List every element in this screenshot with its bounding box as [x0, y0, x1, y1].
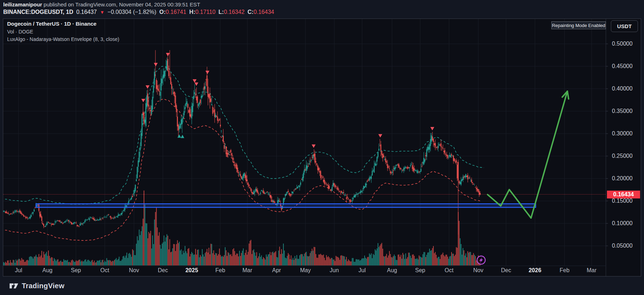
attribution-line: leilizamanipour published on TradingView… — [3, 1, 200, 7]
time-scale-label[interactable]: 2026 — [529, 267, 541, 274]
close-label: C: — [247, 9, 253, 15]
tradingview-brand-text[interactable]: TradingView — [22, 282, 65, 290]
last-price-axis-badge: 0.16434 — [607, 191, 640, 198]
tradingview-logo-icon[interactable] — [9, 281, 19, 290]
price-scale-label[interactable]: 0.15000 — [612, 198, 633, 204]
publisher-username: leilizamanipour — [3, 1, 42, 7]
time-scale-label[interactable]: Feb — [215, 267, 225, 274]
time-scale-label[interactable]: Jul — [15, 267, 22, 274]
boost-lightning-icon — [477, 256, 485, 264]
time-scale-label[interactable]: Aug — [42, 267, 52, 274]
time-scale-label[interactable]: Oct — [445, 267, 454, 274]
sell-signal-marker — [154, 63, 158, 67]
price-scale-label[interactable]: 0.20000 — [612, 175, 633, 182]
close-value: 0.16434 — [253, 9, 274, 15]
price-scale-label[interactable]: 0.45000 — [612, 63, 633, 69]
time-scale-label[interactable]: Apr — [272, 267, 281, 274]
price-scale-label[interactable]: 0.40000 — [612, 86, 633, 92]
chart-panel[interactable] — [3, 19, 641, 276]
time-scale-label[interactable]: Feb — [560, 267, 570, 274]
price-scale-label[interactable]: 0.10000 — [612, 220, 633, 227]
low-value: 0.16342 — [224, 9, 244, 15]
price-scale-label[interactable]: 0.50000 — [612, 41, 633, 47]
price-change: −0.00304 (−1.82%) — [108, 9, 156, 15]
attribution-text: published on TradingView.com, November 0… — [42, 1, 200, 7]
time-scale-label[interactable]: Sep — [415, 267, 425, 274]
open-label: O: — [159, 9, 166, 15]
high-label: H: — [189, 9, 195, 15]
projection-trend-line — [488, 91, 567, 218]
time-scale-label[interactable]: Aug — [387, 267, 397, 274]
time-scale-label[interactable]: Jun — [330, 267, 339, 274]
currency-unit-button[interactable]: USDT — [611, 20, 638, 32]
time-scale-label[interactable]: May — [300, 267, 311, 274]
last-price: 0.16437 — [76, 9, 97, 15]
sell-signal-marker — [312, 145, 316, 148]
price-chart-canvas[interactable] — [3, 19, 641, 276]
sell-signal-marker — [193, 79, 197, 83]
sell-signal-marker — [195, 83, 199, 86]
buy-signal-marker — [177, 134, 181, 138]
symbol-ohlc-row: BINANCE:DOGEUSDT, 1D 0.16437 ▼ −0.00304 … — [3, 9, 275, 15]
time-scale-label[interactable]: Mar — [242, 267, 252, 274]
time-scale-label[interactable]: 2025 — [185, 267, 198, 274]
high-value: 0.17110 — [195, 9, 216, 15]
sell-signal-marker — [146, 86, 150, 89]
time-scale-label[interactable]: Sep — [71, 267, 81, 274]
sell-signal-marker — [166, 53, 170, 57]
low-label: L: — [218, 9, 224, 15]
time-scale-label[interactable]: Dec — [158, 267, 168, 274]
footer-bar: TradingView — [0, 276, 644, 295]
repainting-mode-badge[interactable]: Repainting Mode Enabled — [551, 21, 606, 29]
sell-signal-marker — [378, 134, 382, 138]
sell-signal-marker — [431, 127, 434, 131]
time-scale-label[interactable]: Mar — [587, 267, 597, 274]
time-scale-label[interactable]: Dec — [501, 267, 511, 274]
time-scale-label[interactable]: Nov — [129, 267, 139, 274]
buy-signal-marker — [181, 135, 184, 138]
price-scale-label[interactable]: 0.35000 — [612, 108, 633, 114]
price-scale-label[interactable]: 0.05000 — [612, 243, 633, 249]
time-scale-label[interactable]: Jul — [359, 267, 366, 274]
time-scale-label[interactable]: Oct — [101, 267, 109, 274]
sell-signal-marker — [206, 71, 210, 74]
open-value: 0.16741 — [166, 9, 186, 15]
price-scale-label[interactable]: 0.25000 — [612, 153, 633, 159]
time-scale-label[interactable]: Nov — [473, 267, 483, 274]
price-down-icon: ▼ — [100, 10, 104, 15]
symbol-name: BINANCE:DOGEUSDT, 1D — [3, 9, 73, 15]
sell-signal-marker — [141, 99, 145, 103]
price-scale-label[interactable]: 0.30000 — [612, 130, 633, 137]
